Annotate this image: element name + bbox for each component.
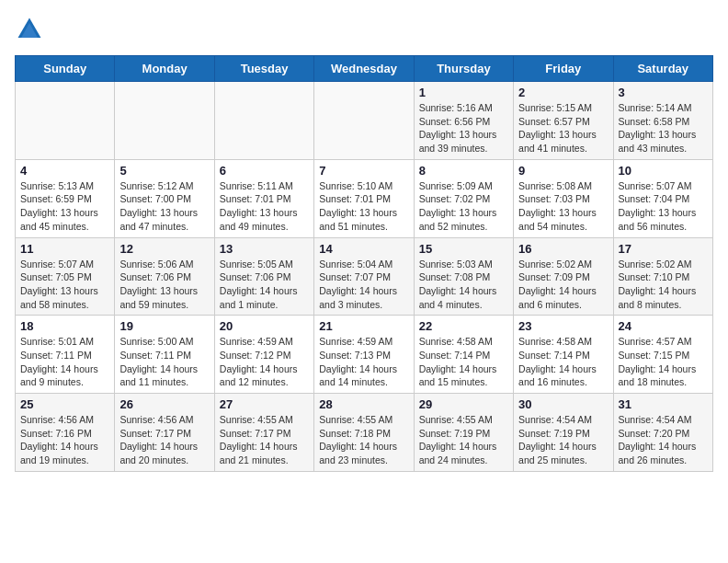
calendar-week-row: 4Sunrise: 5:13 AM Sunset: 6:59 PM Daylig…	[16, 159, 713, 237]
day-info: Sunrise: 5:14 AM Sunset: 6:58 PM Dayligh…	[619, 101, 708, 155]
calendar-cell: 29Sunrise: 4:55 AM Sunset: 7:19 PM Dayli…	[414, 394, 513, 472]
day-info: Sunrise: 4:54 AM Sunset: 7:19 PM Dayligh…	[518, 413, 608, 467]
day-info: Sunrise: 5:08 AM Sunset: 7:03 PM Dayligh…	[518, 179, 608, 234]
page-header	[15, 15, 713, 44]
calendar-cell: 8Sunrise: 5:09 AM Sunset: 7:02 PM Daylig…	[414, 159, 513, 237]
day-number: 12	[119, 242, 209, 256]
calendar-cell: 28Sunrise: 4:55 AM Sunset: 7:18 PM Dayli…	[314, 394, 414, 472]
day-number: 18	[20, 319, 109, 333]
day-number: 27	[220, 397, 309, 411]
calendar-cell: 27Sunrise: 4:55 AM Sunset: 7:17 PM Dayli…	[214, 394, 313, 472]
day-header-thursday: Thursday	[414, 56, 513, 82]
day-info: Sunrise: 5:13 AM Sunset: 6:59 PM Dayligh…	[20, 179, 109, 234]
calendar-cell: 2Sunrise: 5:15 AM Sunset: 6:57 PM Daylig…	[514, 82, 613, 160]
calendar-cell: 4Sunrise: 5:13 AM Sunset: 6:59 PM Daylig…	[16, 159, 115, 237]
calendar-cell: 22Sunrise: 4:58 AM Sunset: 7:14 PM Dayli…	[414, 316, 513, 394]
day-number: 29	[419, 397, 508, 411]
calendar-week-row: 18Sunrise: 5:01 AM Sunset: 7:11 PM Dayli…	[16, 316, 713, 394]
day-number: 7	[319, 164, 408, 178]
day-info: Sunrise: 5:09 AM Sunset: 7:02 PM Dayligh…	[419, 179, 508, 234]
day-number: 19	[119, 319, 209, 333]
day-info: Sunrise: 5:10 AM Sunset: 7:01 PM Dayligh…	[319, 179, 408, 234]
calendar-cell: 14Sunrise: 5:04 AM Sunset: 7:07 PM Dayli…	[314, 237, 414, 316]
day-header-sunday: Sunday	[16, 56, 115, 82]
day-info: Sunrise: 4:59 AM Sunset: 7:13 PM Dayligh…	[319, 335, 408, 389]
logo	[15, 15, 48, 44]
day-info: Sunrise: 4:58 AM Sunset: 7:14 PM Dayligh…	[518, 335, 608, 389]
day-number: 22	[419, 319, 508, 333]
day-number: 13	[220, 242, 309, 256]
calendar-cell: 10Sunrise: 5:07 AM Sunset: 7:04 PM Dayli…	[613, 159, 712, 237]
day-number: 20	[220, 319, 309, 333]
calendar-cell: 30Sunrise: 4:54 AM Sunset: 7:19 PM Dayli…	[514, 394, 613, 472]
day-number: 9	[518, 164, 608, 178]
calendar-cell: 20Sunrise: 4:59 AM Sunset: 7:12 PM Dayli…	[214, 316, 313, 394]
calendar-cell: 6Sunrise: 5:11 AM Sunset: 7:01 PM Daylig…	[214, 159, 313, 237]
calendar-cell	[314, 82, 414, 160]
calendar-cell: 12Sunrise: 5:06 AM Sunset: 7:06 PM Dayli…	[115, 237, 214, 316]
day-info: Sunrise: 4:55 AM Sunset: 7:18 PM Dayligh…	[319, 413, 408, 467]
day-number: 2	[518, 86, 608, 99]
day-header-tuesday: Tuesday	[214, 56, 313, 82]
day-number: 4	[20, 164, 109, 178]
calendar-cell: 31Sunrise: 4:54 AM Sunset: 7:20 PM Dayli…	[613, 394, 712, 472]
calendar-cell: 7Sunrise: 5:10 AM Sunset: 7:01 PM Daylig…	[314, 159, 414, 237]
day-number: 28	[319, 397, 408, 411]
calendar-cell: 18Sunrise: 5:01 AM Sunset: 7:11 PM Dayli…	[16, 316, 115, 394]
day-info: Sunrise: 5:07 AM Sunset: 7:04 PM Dayligh…	[619, 179, 708, 234]
calendar-cell: 17Sunrise: 5:02 AM Sunset: 7:10 PM Dayli…	[613, 237, 712, 316]
day-number: 31	[619, 397, 708, 411]
calendar-cell: 19Sunrise: 5:00 AM Sunset: 7:11 PM Dayli…	[115, 316, 214, 394]
day-info: Sunrise: 4:55 AM Sunset: 7:17 PM Dayligh…	[220, 413, 309, 467]
day-number: 23	[518, 319, 608, 333]
day-info: Sunrise: 5:15 AM Sunset: 6:57 PM Dayligh…	[518, 101, 608, 155]
calendar-cell: 24Sunrise: 4:57 AM Sunset: 7:15 PM Dayli…	[613, 316, 712, 394]
day-number: 3	[619, 86, 708, 99]
calendar-week-row: 11Sunrise: 5:07 AM Sunset: 7:05 PM Dayli…	[16, 237, 713, 316]
calendar-cell: 3Sunrise: 5:14 AM Sunset: 6:58 PM Daylig…	[613, 82, 712, 160]
day-info: Sunrise: 4:56 AM Sunset: 7:17 PM Dayligh…	[119, 413, 209, 467]
calendar-table: SundayMondayTuesdayWednesdayThursdayFrid…	[15, 55, 713, 472]
day-info: Sunrise: 4:54 AM Sunset: 7:20 PM Dayligh…	[619, 413, 708, 467]
logo-icon	[15, 15, 44, 44]
day-info: Sunrise: 5:06 AM Sunset: 7:06 PM Dayligh…	[119, 258, 209, 312]
day-info: Sunrise: 5:01 AM Sunset: 7:11 PM Dayligh…	[20, 335, 109, 389]
day-header-friday: Friday	[514, 56, 613, 82]
day-info: Sunrise: 5:05 AM Sunset: 7:06 PM Dayligh…	[220, 258, 309, 312]
calendar-cell: 5Sunrise: 5:12 AM Sunset: 7:00 PM Daylig…	[115, 159, 214, 237]
calendar-cell: 11Sunrise: 5:07 AM Sunset: 7:05 PM Dayli…	[16, 237, 115, 316]
day-info: Sunrise: 5:11 AM Sunset: 7:01 PM Dayligh…	[220, 179, 309, 234]
day-info: Sunrise: 5:00 AM Sunset: 7:11 PM Dayligh…	[119, 335, 209, 389]
calendar-cell: 1Sunrise: 5:16 AM Sunset: 6:56 PM Daylig…	[414, 82, 513, 160]
day-info: Sunrise: 4:55 AM Sunset: 7:19 PM Dayligh…	[419, 413, 508, 467]
day-number: 5	[119, 164, 209, 178]
day-number: 14	[319, 242, 408, 256]
day-info: Sunrise: 4:57 AM Sunset: 7:15 PM Dayligh…	[619, 335, 708, 389]
calendar-cell: 15Sunrise: 5:03 AM Sunset: 7:08 PM Dayli…	[414, 237, 513, 316]
calendar-cell: 23Sunrise: 4:58 AM Sunset: 7:14 PM Dayli…	[514, 316, 613, 394]
day-number: 25	[20, 397, 109, 411]
day-number: 10	[619, 164, 708, 178]
day-info: Sunrise: 5:16 AM Sunset: 6:56 PM Dayligh…	[419, 101, 508, 155]
calendar-cell: 13Sunrise: 5:05 AM Sunset: 7:06 PM Dayli…	[214, 237, 313, 316]
calendar-cell	[115, 82, 214, 160]
day-number: 26	[119, 397, 209, 411]
day-info: Sunrise: 4:56 AM Sunset: 7:16 PM Dayligh…	[20, 413, 109, 467]
calendar-cell: 16Sunrise: 5:02 AM Sunset: 7:09 PM Dayli…	[514, 237, 613, 316]
day-info: Sunrise: 4:59 AM Sunset: 7:12 PM Dayligh…	[220, 335, 309, 389]
day-number: 21	[319, 319, 408, 333]
day-info: Sunrise: 5:07 AM Sunset: 7:05 PM Dayligh…	[20, 258, 109, 312]
day-number: 8	[419, 164, 508, 178]
calendar-cell: 26Sunrise: 4:56 AM Sunset: 7:17 PM Dayli…	[115, 394, 214, 472]
calendar-cell	[16, 82, 115, 160]
day-header-saturday: Saturday	[613, 56, 712, 82]
calendar-header-row: SundayMondayTuesdayWednesdayThursdayFrid…	[16, 56, 713, 82]
day-info: Sunrise: 4:58 AM Sunset: 7:14 PM Dayligh…	[419, 335, 508, 389]
calendar-cell	[214, 82, 313, 160]
day-info: Sunrise: 5:12 AM Sunset: 7:00 PM Dayligh…	[119, 179, 209, 234]
calendar-week-row: 25Sunrise: 4:56 AM Sunset: 7:16 PM Dayli…	[16, 394, 713, 472]
day-info: Sunrise: 5:02 AM Sunset: 7:09 PM Dayligh…	[518, 258, 608, 312]
day-number: 1	[419, 86, 508, 99]
day-number: 30	[518, 397, 608, 411]
day-info: Sunrise: 5:04 AM Sunset: 7:07 PM Dayligh…	[319, 258, 408, 312]
